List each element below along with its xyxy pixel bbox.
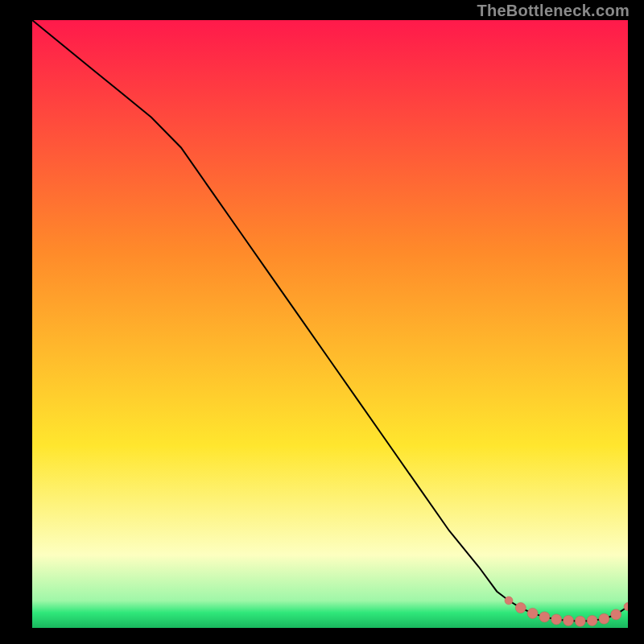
chart-frame: TheBottleneck.com: [0, 0, 644, 644]
marker-dot: [599, 613, 609, 624]
marker-dot: [551, 614, 562, 625]
bottleneck-chart: [32, 20, 628, 628]
marker-dot: [515, 603, 526, 613]
marker-dot: [611, 609, 621, 620]
marker-dot: [587, 615, 597, 625]
watermark-text: TheBottleneck.com: [477, 2, 630, 20]
marker-dot: [505, 597, 513, 605]
marker-dot: [564, 615, 574, 625]
gradient-background: [32, 20, 628, 628]
marker-dot: [575, 616, 585, 626]
marker-dot: [539, 612, 550, 622]
plot-area: [32, 20, 628, 628]
marker-dot: [527, 608, 538, 618]
